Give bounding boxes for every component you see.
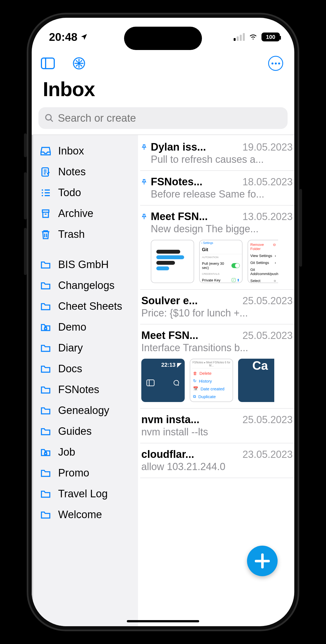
note-item[interactable]: FSNotes...18.05.2023Before release Same … bbox=[140, 171, 294, 206]
note-item[interactable]: cloudflar...23.05.2023allow 103.21.244.0 bbox=[140, 443, 294, 478]
pin-icon bbox=[140, 143, 148, 151]
sidebar-folder[interactable]: Docs bbox=[33, 358, 138, 379]
gear-icon bbox=[72, 56, 86, 71]
note-title: Meet FSN... bbox=[151, 211, 208, 223]
sidebar-item-label: Diary bbox=[58, 342, 83, 354]
sidebar-item-label: Inbox bbox=[58, 145, 84, 157]
location-icon bbox=[80, 33, 88, 41]
note-date: 13.05.2023 bbox=[243, 211, 293, 223]
sidebar-toggle-button[interactable] bbox=[40, 56, 56, 71]
sidebar-item-notes[interactable]: Notes bbox=[33, 161, 138, 182]
folder-icon bbox=[40, 321, 51, 333]
more-button[interactable] bbox=[268, 56, 283, 71]
note-thumbnails: 22:13◤FSNotes ▸ Meet FSNotes 6 for M...🗑… bbox=[140, 354, 293, 403]
note-item[interactable]: Meet FSN...13.05.2023New design The bigg… bbox=[140, 206, 294, 290]
thumbnail[interactable]: Ca bbox=[238, 359, 274, 402]
pin-icon bbox=[140, 213, 148, 221]
folder-icon bbox=[40, 301, 51, 312]
sidebar-folder[interactable]: Guides bbox=[33, 421, 138, 442]
thumbnail[interactable]: 22:13◤ bbox=[141, 359, 185, 402]
note-snippet: Pull to refresh causes a... bbox=[140, 153, 293, 165]
note-item[interactable]: Meet FSN...25.05.2023Interface Transitio… bbox=[140, 325, 294, 409]
note-title: Meet FSN... bbox=[141, 330, 198, 341]
pin-icon bbox=[140, 178, 148, 186]
archive-icon bbox=[40, 208, 51, 219]
note-date: 25.05.2023 bbox=[243, 295, 293, 307]
search-field[interactable] bbox=[38, 107, 288, 129]
note-thumbnails: ‹ SettingsGitAUTOMATIONPull (every 30 se… bbox=[140, 235, 293, 284]
search-icon bbox=[45, 113, 54, 123]
note-snippet: Interface Transitions b... bbox=[140, 341, 293, 354]
sidebar-item-todo[interactable]: Todo bbox=[33, 182, 138, 203]
notes-icon bbox=[40, 166, 51, 178]
note-snippet: New design The bigge... bbox=[140, 223, 293, 235]
thumbnail[interactable]: FSNotes ▸ Meet FSNotes 6 for M...🗑Delete… bbox=[190, 359, 233, 402]
page-title: Inbox bbox=[32, 71, 294, 103]
sidebar-item-label: Travel Log bbox=[58, 488, 108, 500]
svg-rect-14 bbox=[147, 380, 154, 386]
sidebar-folder[interactable]: Cheet Sheets bbox=[33, 296, 138, 317]
sidebar-item-label: Changelogs bbox=[58, 279, 115, 291]
sidebar-item-label: BIS GmbH bbox=[58, 259, 109, 271]
svg-line-9 bbox=[80, 65, 82, 66]
svg-line-11 bbox=[76, 65, 78, 66]
sidebar-folder[interactable]: Welcome bbox=[33, 504, 138, 525]
trash-icon bbox=[40, 229, 51, 240]
note-title: cloudflar... bbox=[141, 448, 194, 460]
note-date: 25.05.2023 bbox=[243, 330, 293, 341]
svg-point-3 bbox=[78, 62, 80, 64]
folder-icon bbox=[40, 426, 51, 437]
note-snippet: allow 103.21.244.0 bbox=[140, 460, 293, 473]
sidebar-item-archive[interactable]: Archive bbox=[33, 203, 138, 224]
toolbar bbox=[32, 48, 294, 71]
note-date: 25.05.2023 bbox=[243, 414, 293, 426]
sidebar-item-inbox[interactable]: Inbox bbox=[33, 141, 138, 161]
wifi-icon bbox=[248, 33, 258, 41]
home-indicator bbox=[127, 620, 199, 622]
thumbnail[interactable] bbox=[151, 240, 194, 283]
sidebar-folder[interactable]: Promo bbox=[33, 463, 138, 483]
sidebar-folder[interactable]: Travel Log bbox=[33, 483, 138, 504]
thumbnail[interactable]: ‹ SettingsGitAUTOMATIONPull (every 30 se… bbox=[199, 240, 243, 283]
folder-icon bbox=[40, 384, 51, 396]
note-snippet: Before release Same fo... bbox=[140, 188, 293, 200]
sidebar-item-label: Todo bbox=[58, 187, 81, 199]
sidebar: InboxNotesTodoArchiveTrash BIS GmbHChang… bbox=[32, 135, 138, 626]
sidebar-folder[interactable]: Changelogs bbox=[33, 275, 138, 296]
sidebar-item-label: Archive bbox=[58, 208, 93, 219]
status-time: 20:48 bbox=[49, 31, 77, 43]
sidebar-folder[interactable]: Genealogy bbox=[33, 400, 138, 421]
sidebar-folder[interactable]: Job bbox=[33, 442, 138, 463]
sidebar-item-label: Docs bbox=[58, 363, 82, 375]
folder-icon bbox=[40, 405, 51, 416]
svg-line-10 bbox=[80, 60, 82, 62]
sidebar-folder[interactable]: FSNotes bbox=[33, 379, 138, 400]
sidebar-item-label: Cheet Sheets bbox=[58, 300, 122, 312]
svg-line-13 bbox=[50, 119, 53, 122]
sidebar-folder[interactable]: Demo bbox=[33, 317, 138, 338]
note-item[interactable]: nvm insta...25.05.2023nvm install --lts bbox=[140, 409, 294, 443]
note-title: Soulver e... bbox=[141, 295, 198, 307]
note-item[interactable]: Dylan iss...19.05.2023Pull to refresh ca… bbox=[140, 135, 294, 171]
sidebar-item-trash[interactable]: Trash bbox=[33, 224, 138, 245]
folder-icon bbox=[40, 467, 51, 479]
settings-button[interactable] bbox=[71, 56, 87, 71]
note-item[interactable]: Soulver e...25.05.2023Price: {$10 for lu… bbox=[140, 290, 294, 325]
thumbnail[interactable]: Remove Folder⊖View Settings›Git Settings… bbox=[248, 240, 278, 283]
sidebar-icon bbox=[41, 57, 55, 69]
sidebar-item-label: Demo bbox=[58, 321, 86, 333]
sidebar-item-label: Welcome bbox=[58, 509, 102, 521]
sidebar-item-label: Job bbox=[58, 446, 75, 458]
svg-line-8 bbox=[76, 60, 78, 62]
sidebar-folder[interactable]: Diary bbox=[33, 338, 138, 358]
add-note-button[interactable] bbox=[247, 546, 278, 576]
note-snippet: nvm install --lts bbox=[140, 426, 293, 438]
sidebar-folder[interactable]: BIS GmbH bbox=[33, 254, 138, 275]
sidebar-item-label: Notes bbox=[58, 166, 86, 178]
sidebar-item-label: Promo bbox=[58, 467, 89, 479]
battery-icon: 100 bbox=[261, 33, 280, 41]
folder-icon bbox=[40, 446, 51, 458]
search-input[interactable] bbox=[58, 112, 281, 124]
note-date: 19.05.2023 bbox=[243, 141, 293, 153]
note-title: Dylan iss... bbox=[151, 141, 206, 153]
